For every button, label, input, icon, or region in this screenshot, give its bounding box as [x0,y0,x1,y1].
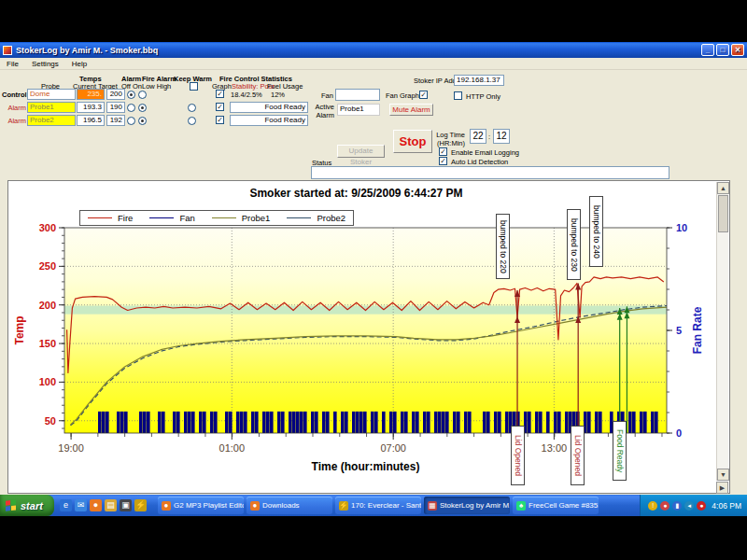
log-time-minutes[interactable]: 12 [493,129,510,144]
temperature-chart: 30025020015010050Temp1050Fan Rate19:0001… [8,223,719,494]
ie-icon[interactable]: e [60,499,72,511]
graph-checkbox-probe2[interactable] [216,116,224,124]
scroll-up-icon[interactable]: ▲ [717,182,729,194]
alarm-on-radio-dome[interactable] [138,91,147,99]
svg-text:Fan Rate: Fan Rate [691,306,704,354]
winamp-icon[interactable]: ⚡ [134,499,147,511]
fuel-usage-header: Fuel Usage [267,82,303,91]
alarm-action-combo-probe2[interactable]: Food Ready [230,115,308,126]
legend-swatch [212,217,236,218]
fuel-usage-value: 12% [271,91,285,99]
svg-text:13:00: 13:00 [542,442,568,454]
task-label: FreeCell Game #8353 [529,501,599,510]
probe-name-field-dome[interactable]: Dome [27,89,76,100]
title-bar[interactable]: StokerLog by Amir M. - Smoker.bbq _ □ ✕ [0,42,747,58]
update-stoker-button[interactable]: Update Stoker [337,145,385,158]
enable-email-logging-checkbox[interactable] [439,147,447,156]
task-label: Downloads [262,501,300,510]
stoker-ip-label: Stoker IP Addr [414,77,458,85]
stoker-ip-field[interactable]: 192.168.1.37 [454,75,504,86]
probe-name-field-probe2[interactable]: Probe2 [27,115,76,126]
svg-text:Temp: Temp [13,315,26,344]
tray-icons: !●▮◂● [648,501,706,511]
log-time-colon: : [488,133,490,141]
task-buttons: ●G2 MP3 Playlist Edito...●Downloads⚡170:… [158,497,599,514]
firefox-icon[interactable]: ● [90,499,102,511]
target-temp-dome[interactable]: 200 [106,89,125,100]
legend-item-probe2: Probe2 [287,213,345,223]
menu-settings[interactable]: Settings [25,60,65,68]
task-icon: ♠ [516,501,526,511]
alarm-action-combo-probe1[interactable]: Food Ready [230,102,308,113]
mute-alarm-button[interactable]: Mute Alarm [389,104,433,116]
window-title: StokerLog by Amir M. - Smoker.bbq [16,46,158,55]
menu-help[interactable]: Help [65,60,93,68]
task-button[interactable]: ⚡170: Everclear - Sant... [335,497,421,514]
http-only-label: HTTP Only [466,92,500,101]
network-icon[interactable]: ▮ [672,501,682,511]
http-only-checkbox[interactable] [454,91,462,100]
svg-text:0: 0 [676,427,682,439]
volume-icon[interactable]: ◂ [684,501,694,511]
maximize-button[interactable]: □ [716,44,729,56]
close-button[interactable]: ✕ [731,44,744,56]
alarm-on-radio-probe2[interactable] [138,117,147,125]
task-button[interactable]: ●G2 MP3 Playlist Edito... [158,497,244,514]
task-label: G2 MP3 Playlist Edito... [174,501,244,510]
folder-icon[interactable]: ▤ [105,499,117,511]
fan-label: Fan [321,91,333,100]
photoshop-icon[interactable]: ▣ [120,499,132,511]
target-temp-probe2[interactable]: 192 [106,115,125,126]
graph-checkbox-dome[interactable] [216,90,224,98]
svg-text:01:00: 01:00 [219,442,246,454]
taskbar: start e✉●▤▣⚡ ●G2 MP3 Playlist Edito...●D… [0,495,747,516]
messenger-icon[interactable]: ● [660,501,669,511]
task-button[interactable]: ●Downloads [247,497,332,514]
legend-label: Fan [179,213,194,223]
task-label: StokerLog by Amir M... [440,501,510,510]
log-time-hours[interactable]: 22 [470,129,486,144]
legend-item-probe1: Probe1 [212,213,271,223]
svg-text:19:00: 19:00 [58,442,84,454]
menu-file[interactable]: File [0,60,25,68]
chart-vertical-scrollbar[interactable]: ▲ ▼ [716,182,728,481]
scroll-thumb[interactable] [718,195,728,232]
keep-warm-checkbox[interactable] [190,82,198,91]
probe-name-field-probe1[interactable]: Probe1 [27,102,76,113]
scroll-down-icon[interactable]: ▼ [717,469,729,481]
start-button[interactable]: start [0,495,54,516]
scroll-right-icon[interactable]: ▶ [716,482,728,494]
desktop-screen: StokerLog by Amir M. - Smoker.bbq _ □ ✕ … [0,0,747,560]
app-icon [3,46,12,55]
fan-field[interactable] [335,89,380,101]
security-shield-icon[interactable]: ! [648,501,657,511]
keep-warm-radio-probe2[interactable] [188,117,196,125]
task-label: 170: Everclear - Sant... [351,501,421,510]
legend-label: Probe2 [317,213,345,223]
outlook-icon[interactable]: ✉ [75,499,87,511]
target-temp-probe1[interactable]: 190 [106,102,125,113]
stop-button[interactable]: Stop [393,130,432,153]
quick-launch-bar: e✉●▤▣⚡ [60,499,147,511]
update-icon[interactable]: ● [697,501,706,511]
alarm-on-radio-probe1[interactable] [138,104,147,112]
task-icon: ⚡ [339,501,348,511]
control-row-label: Control [2,91,26,99]
svg-text:Time (hour:minutes): Time (hour:minutes) [312,460,420,473]
fan-graph-checkbox[interactable] [419,91,428,99]
chart-panel: Smoker started at: 9/25/2009 6:44:27 PM … [7,180,730,494]
task-button[interactable]: ▦StokerLog by Amir M... [424,497,510,514]
svg-text:10: 10 [676,223,687,233]
legend-label: Fire [118,213,133,223]
keep-warm-radio-probe1[interactable] [188,104,196,112]
graph-checkbox-probe1[interactable] [216,103,224,111]
task-button[interactable]: ♠FreeCell Game #8353 [513,497,599,514]
alarm-off-radio-dome[interactable] [127,91,135,99]
auto-lid-detection-checkbox[interactable] [439,157,447,165]
alarm-off-radio-probe2[interactable] [127,117,135,125]
current-temp-dome: 235. [77,89,105,100]
alarm-off-radio-probe1[interactable] [127,104,135,112]
minimize-button[interactable]: _ [701,44,714,56]
legend-swatch [88,217,112,218]
stability-value: 18.4/2.5% [231,91,262,99]
